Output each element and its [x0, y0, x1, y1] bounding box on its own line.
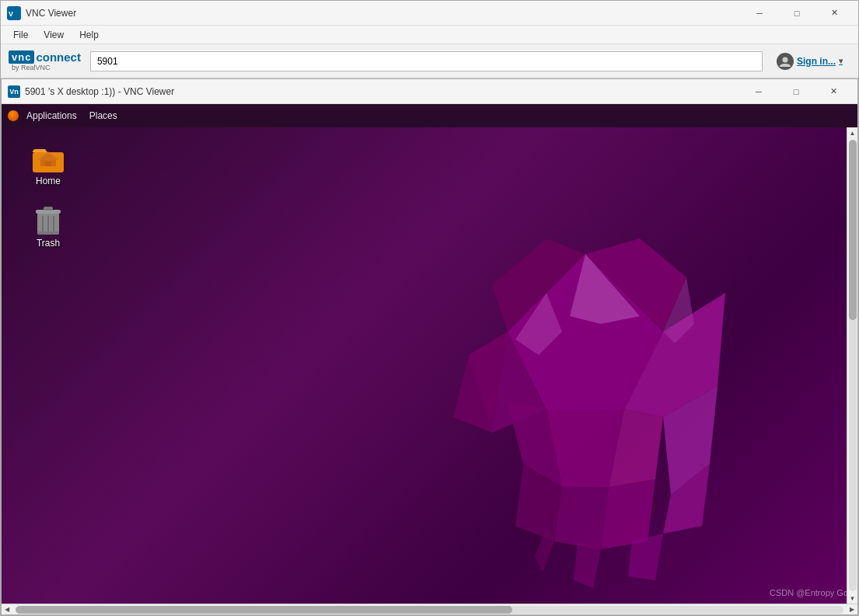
outer-toolbar: vnc connect by RealVNC Sign in... ▾: [1, 44, 858, 78]
menu-help[interactable]: Help: [73, 28, 105, 42]
user-icon: [777, 53, 794, 70]
vnc-logo: vnc connect by RealVNC: [9, 50, 81, 71]
gnome-places-button[interactable]: Places: [85, 109, 122, 123]
menu-file[interactable]: File: [7, 28, 34, 42]
home-icon-label: Home: [36, 176, 61, 186]
vnc-logo-box: vnc: [9, 50, 34, 64]
outer-maximize-button[interactable]: □: [779, 2, 815, 25]
svg-rect-26: [45, 162, 51, 166]
jellyfish-illustration: [391, 215, 780, 604]
watermark-text: CSDN @Entropy Go: [770, 588, 848, 597]
inner-minimize-button[interactable]: ─: [741, 80, 777, 103]
outer-menu-bar: File View Help: [1, 26, 858, 44]
address-input[interactable]: [97, 56, 756, 67]
svg-rect-29: [44, 207, 53, 211]
svg-text:V: V: [9, 10, 13, 18]
inner-window-controls: ─ □ ✕: [741, 80, 851, 103]
vnc-logo-connect: connect: [36, 50, 81, 64]
sign-in-button[interactable]: Sign in... ▾: [769, 50, 850, 73]
scroll-up-button[interactable]: ▲: [847, 127, 858, 138]
scroll-left-button[interactable]: ◀: [2, 604, 12, 615]
desktop-icons-container: Home: [17, 135, 79, 252]
inner-maximize-button[interactable]: □: [778, 80, 814, 103]
scroll-right-button[interactable]: ▶: [847, 604, 857, 615]
vscroll-thumb[interactable]: [849, 140, 857, 320]
inner-vnc-icon: Vn: [8, 85, 20, 98]
gnome-applications-button[interactable]: Applications: [22, 109, 82, 123]
outer-title-bar: V VNC Viewer ─ □ ✕: [1, 1, 858, 26]
vnc-app-icon: V: [7, 6, 21, 20]
outer-minimize-button[interactable]: ─: [742, 2, 777, 25]
svg-marker-14: [554, 487, 609, 549]
home-folder-icon: [30, 138, 67, 176]
vertical-scrollbar[interactable]: ▲ ▼: [847, 127, 857, 604]
dropdown-arrow-icon: ▾: [839, 57, 843, 65]
inner-title-bar: Vn 5901 's X desktop :1)) - VNC Viewer ─…: [2, 79, 857, 104]
svg-point-2: [783, 57, 788, 62]
gnome-top-bar: Applications Places: [2, 104, 857, 127]
outer-window-title: VNC Viewer: [26, 8, 742, 19]
outer-vnc-window: V VNC Viewer ─ □ ✕ File View Help vnc co…: [0, 0, 859, 616]
address-bar-container: [90, 51, 763, 71]
horizontal-scrollbar[interactable]: ◀ ▶: [2, 604, 857, 614]
inner-window-title: 5901 's X desktop :1)) - VNC Viewer: [25, 86, 741, 97]
inner-vnc-window: Vn 5901 's X desktop :1)) - VNC Viewer ─…: [1, 78, 858, 615]
hscroll-thumb[interactable]: [16, 606, 512, 614]
outer-window-controls: ─ □ ✕: [742, 2, 852, 25]
inner-close-button[interactable]: ✕: [815, 80, 851, 103]
outer-close-button[interactable]: ✕: [816, 2, 852, 25]
trash-can-icon: [30, 200, 67, 238]
desktop-background[interactable]: Home: [2, 127, 857, 604]
sign-in-label: Sign in...: [797, 56, 836, 67]
trash-icon-label: Trash: [37, 238, 60, 249]
gnome-sphere-icon: [8, 110, 19, 121]
vnc-logo-sub: by RealVNC: [12, 64, 51, 71]
desktop-icon-trash[interactable]: Trash: [17, 197, 79, 252]
remote-desktop-area: Applications Places: [2, 104, 857, 614]
desktop-icon-home[interactable]: Home: [17, 135, 79, 190]
menu-view[interactable]: View: [37, 28, 70, 42]
svg-rect-33: [37, 231, 59, 235]
scroll-down-button[interactable]: ▼: [847, 593, 858, 604]
vscroll-track[interactable]: [849, 140, 857, 591]
svg-marker-17: [574, 541, 601, 588]
hscroll-track[interactable]: [16, 606, 843, 614]
